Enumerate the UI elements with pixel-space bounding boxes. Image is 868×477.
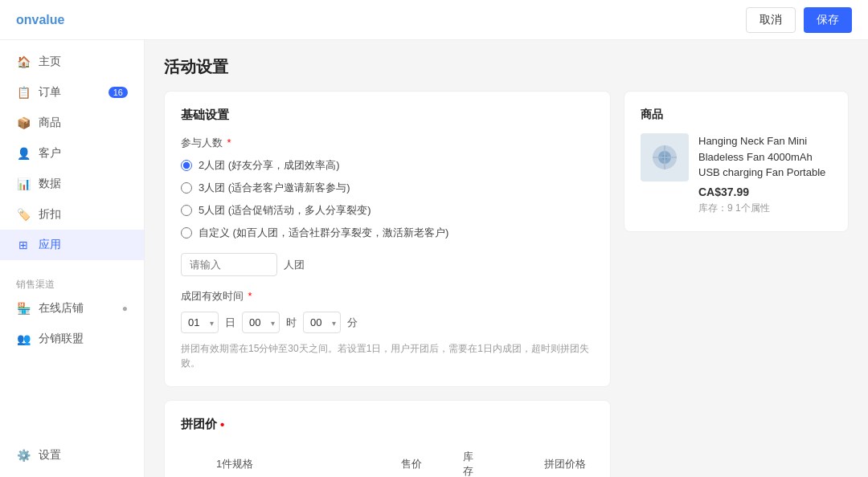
sidebar-item-store[interactable]: 🏪 在线店铺 ●: [0, 293, 144, 324]
price-table-head: 1件规格 售价 库存 拼团价格: [181, 443, 594, 477]
days-unit: 日: [225, 316, 235, 330]
unit-label: 人团: [284, 258, 305, 272]
cancel-button[interactable]: 取消: [746, 7, 796, 33]
sidebar-item-orders[interactable]: 📋 订单 16: [0, 77, 144, 108]
sidebar-item-label: 应用: [39, 238, 61, 252]
product-item: Hanging Neck Fan Mini Bladeless Fan 4000…: [641, 133, 832, 215]
product-info: Hanging Neck Fan Mini Bladeless Fan 4000…: [698, 133, 832, 215]
sidebar-item-apps[interactable]: ⊞ 应用: [0, 230, 144, 260]
settings-icon: ⚙️: [16, 448, 31, 463]
main-content: 活动设置 基础设置 参与人数 * 2人团 (好友分享，成团效率高): [145, 40, 868, 477]
sidebar-item-data[interactable]: 📊 数据: [0, 169, 144, 199]
basic-settings-card: 基础设置 参与人数 * 2人团 (好友分享，成团效率高) 3人团 (适合老客户邀…: [164, 91, 611, 387]
mins-select[interactable]: 00153045: [303, 312, 341, 333]
basic-settings-title: 基础设置: [181, 108, 594, 123]
group-price-card: 拼团价 • 1件规格 售价 库存 拼团价格: [164, 400, 611, 477]
topbar: onvalue 取消 保存: [0, 0, 868, 40]
radio-custom-label: 自定义 (如百人团，适合社群分享裂变，激活新老客户): [199, 226, 448, 240]
required-mark: *: [224, 137, 231, 149]
apps-icon: ⊞: [16, 238, 31, 252]
page-title: 活动设置: [164, 56, 849, 78]
radio-option-3[interactable]: 3人团 (适合老客户邀请新客参与): [181, 181, 594, 195]
sidebar-item-affiliate[interactable]: 👥 分销联盟: [0, 324, 144, 354]
affiliate-icon: 👥: [16, 332, 31, 346]
price-table: 1件规格 售价 库存 拼团价格 Hanging Nec: [181, 443, 594, 477]
product-attributes: 1个属性: [735, 202, 770, 214]
products-icon: 📦: [16, 116, 31, 130]
sidebar-item-label: 分销联盟: [39, 332, 84, 346]
product-card: 商品 Hanging Neck Fan M: [624, 91, 849, 232]
validity-hint: 拼团有效期需在15分钟至30天之间。若设置1日，用户开团后，需要在1日内成团，超…: [181, 341, 594, 370]
radio-2-input[interactable]: [181, 160, 192, 171]
sidebar-main-section: 🏠 主页 📋 订单 16 📦 商品 👤 客户 📊 数据 🏷️: [0, 40, 144, 267]
validity-label: 成团有效时间 *: [181, 289, 594, 304]
custom-size-input[interactable]: [181, 253, 277, 276]
radio-3-input[interactable]: [181, 182, 192, 194]
price-table-header-row: 1件规格 售价 库存 拼团价格: [181, 443, 594, 477]
content-grid: 基础设置 参与人数 * 2人团 (好友分享，成团效率高) 3人团 (适合老客户邀…: [164, 91, 849, 477]
sidebar-item-label: 商品: [39, 116, 61, 130]
mins-unit: 分: [347, 316, 358, 330]
sidebar-item-label: 在线店铺: [39, 301, 84, 316]
channels-section-label: 销售渠道: [0, 273, 144, 293]
col-price: 售价: [393, 443, 456, 477]
mins-select-wrapper: 00153045: [303, 312, 341, 333]
radio-3-label: 3人团 (适合老客户邀请新客参与): [199, 181, 350, 195]
product-thumb-image: [649, 141, 681, 173]
orders-icon: 📋: [16, 85, 31, 100]
sidebar-item-products[interactable]: 📦 商品: [0, 108, 144, 138]
save-button[interactable]: 保存: [804, 7, 852, 33]
col-group-price: 拼团价格: [486, 443, 594, 477]
home-icon: 🏠: [16, 55, 31, 69]
store-sub-icon: ●: [122, 303, 128, 314]
days-select-wrapper: 01020307: [181, 312, 219, 333]
hours-select-wrapper: 00010612: [242, 312, 280, 333]
sidebar-item-label: 设置: [39, 448, 61, 463]
sidebar-item-label: 折扣: [39, 207, 61, 222]
radio-option-5[interactable]: 5人团 (适合促销活动，多人分享裂变): [181, 203, 594, 218]
product-stock: 库存：9: [698, 202, 733, 214]
group-price-required: •: [220, 418, 224, 431]
col-stock: 库存: [455, 443, 485, 477]
sidebar-item-home[interactable]: 🏠 主页: [0, 47, 144, 77]
product-card-title: 商品: [641, 108, 832, 122]
sidebar-settings-section: ⚙️ 设置: [0, 434, 144, 477]
group-size-label: 参与人数 *: [181, 136, 594, 150]
store-icon: 🏪: [16, 301, 31, 316]
right-column: 商品 Hanging Neck Fan M: [624, 91, 849, 477]
sidebar-item-discount[interactable]: 🏷️ 折扣: [0, 199, 144, 230]
hours-select[interactable]: 00010612: [242, 312, 280, 333]
custom-input-row: 人团: [181, 253, 594, 276]
group-size-options: 2人团 (好友分享，成团效率高) 3人团 (适合老客户邀请新客参与) 5人团 (…: [181, 158, 594, 240]
radio-5-label: 5人团 (适合促销活动，多人分享裂变): [199, 203, 371, 218]
sidebar-item-settings[interactable]: ⚙️ 设置: [0, 440, 144, 471]
sidebar-item-label: 主页: [39, 55, 61, 69]
sidebar: 🏠 主页 📋 订单 16 📦 商品 👤 客户 📊 数据 🏷️: [0, 40, 145, 477]
sidebar-channels-section: 销售渠道 🏪 在线店铺 ● 👥 分销联盟: [0, 267, 144, 361]
radio-5-input[interactable]: [181, 205, 192, 216]
col-spec: 1件规格: [208, 443, 393, 477]
sidebar-item-customers[interactable]: 👤 客户: [0, 138, 144, 169]
main-layout: 🏠 主页 📋 订单 16 📦 商品 👤 客户 📊 数据 🏷️: [0, 40, 868, 477]
group-price-title: 拼团价 •: [181, 417, 594, 432]
radio-custom-input[interactable]: [181, 227, 192, 238]
sidebar-item-label: 订单: [39, 85, 61, 100]
radio-option-custom[interactable]: 自定义 (如百人团，适合社群分享裂变，激活新老客户): [181, 226, 594, 240]
radio-2-label: 2人团 (好友分享，成团效率高): [199, 158, 340, 173]
product-meta: 库存：9 1个属性: [698, 202, 832, 215]
app-logo: onvalue: [16, 13, 64, 27]
sidebar-item-label: 数据: [39, 177, 61, 191]
product-price: CA$37.99: [698, 186, 832, 198]
time-row: 01020307 日 00010612 时 00153045: [181, 312, 594, 333]
days-select[interactable]: 01020307: [181, 312, 219, 333]
hours-unit: 时: [286, 316, 297, 330]
product-name: Hanging Neck Fan Mini Bladeless Fan 4000…: [698, 133, 832, 181]
sidebar-item-label: 客户: [39, 146, 61, 161]
discount-icon: 🏷️: [16, 207, 31, 222]
customers-icon: 👤: [16, 146, 31, 161]
left-column: 基础设置 参与人数 * 2人团 (好友分享，成团效率高) 3人团 (适合老客户邀…: [164, 91, 611, 477]
data-icon: 📊: [16, 177, 31, 191]
orders-badge: 16: [108, 87, 128, 98]
radio-option-2[interactable]: 2人团 (好友分享，成团效率高): [181, 158, 594, 173]
col-checkbox: [181, 443, 208, 477]
